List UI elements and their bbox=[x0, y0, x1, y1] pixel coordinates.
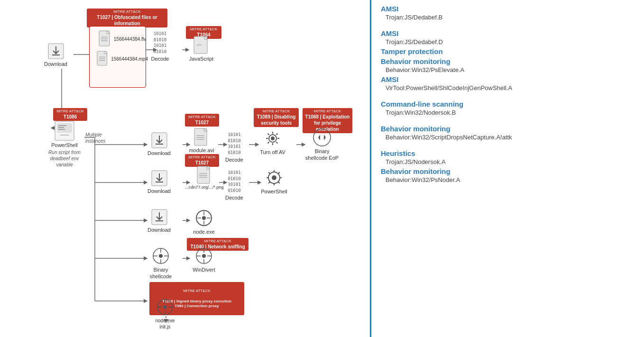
decode-top-label: Decode bbox=[151, 55, 169, 62]
cdn-png-icon bbox=[197, 166, 212, 184]
detection-label-8: Heuristics bbox=[381, 149, 635, 157]
download-mid1-label: Download bbox=[147, 150, 171, 156]
detection-label-6: Command-line scanning bbox=[381, 100, 635, 108]
cdn-png-label: ...cdn77.org/.../*.png bbox=[185, 185, 223, 191]
powershell-main-label: PowerShell bbox=[51, 142, 78, 148]
detection-section-1: AMSI Trojan:JS/Dedabef.B bbox=[381, 5, 635, 21]
detection-section-7: Behavior monitoring Behavior:Win32/Scrip… bbox=[381, 125, 635, 141]
download-mid2-icon bbox=[151, 170, 168, 187]
binary-shellcode-eop-label: Binary shellcode EoP bbox=[305, 148, 339, 162]
svg-point-75 bbox=[159, 254, 163, 258]
javascript-icon: </> bbox=[193, 36, 210, 55]
mitre-t1027-top: MITRE ATT&CK T1027 | Obfuscated files or… bbox=[87, 9, 167, 27]
decode-mid2-node: 10101010101010101010 Decode bbox=[223, 170, 246, 201]
binary-shellcode-eop-node: Binary shellcode EoP bbox=[305, 128, 339, 162]
windivert-node: WinDivert bbox=[190, 246, 218, 273]
module-avi-node: module.avi bbox=[188, 128, 215, 154]
detection-value-9: Behavior:Win32/PsNoder.A bbox=[381, 176, 635, 183]
download-node-node: Download bbox=[146, 209, 172, 233]
file-group-box: 1566444384.flv 1566444384.mp4 bbox=[89, 26, 146, 88]
detection-value-2: Trojan:JS/Dedabef.D bbox=[381, 38, 635, 46]
module-avi-icon bbox=[194, 128, 209, 146]
multiple-instances-label: Multipleinstances bbox=[85, 132, 105, 144]
diagram-panel: MITRE ATT&CK T1027 | Obfuscated files or… bbox=[0, 0, 370, 337]
detection-section-8: Heuristics Trojan:JS/Nodersok.A Behavior… bbox=[381, 149, 635, 183]
binary-decode-mid2: 10101010101010101010 bbox=[228, 170, 240, 193]
svg-rect-43 bbox=[57, 123, 72, 133]
download-top-icon bbox=[47, 43, 64, 60]
svg-text:</>: </> bbox=[196, 43, 202, 47]
download-mid2-node: Download bbox=[146, 170, 172, 194]
svg-point-73 bbox=[202, 216, 206, 220]
windivert-icon bbox=[194, 246, 213, 265]
node-exe-init-icon bbox=[156, 298, 175, 317]
node-exe-label: node.exe bbox=[193, 228, 214, 235]
binary-decode-top: 10101010101010101010 bbox=[154, 31, 166, 55]
node-exe-node: node.exe bbox=[190, 209, 218, 235]
download-mid1-icon bbox=[151, 132, 168, 149]
decode-mid-label: Decode bbox=[225, 156, 243, 163]
svg-point-77 bbox=[202, 254, 206, 258]
detection-value-4: Behavior:Win32/PsElevate.A bbox=[381, 66, 635, 73]
detection-label-9: Behavior monitoring bbox=[381, 167, 635, 175]
svg-point-68 bbox=[272, 175, 276, 180]
download-top-label: Download bbox=[44, 61, 67, 67]
file-icon-mp4 bbox=[97, 50, 109, 66]
decode-mid2-label: Decode bbox=[225, 194, 243, 201]
download-node-label: Download bbox=[147, 227, 171, 233]
file-icon-flv bbox=[99, 30, 112, 46]
decode-top-node: 10101010101010101010 Decode bbox=[147, 31, 173, 63]
cdn-png-node: ...cdn77.org/.../*.png bbox=[188, 166, 221, 191]
decode-mid-node: 10101010101010101010 Decode bbox=[223, 132, 246, 164]
powershell-mid-node: PowerShell bbox=[260, 168, 288, 195]
flv-file-label: 1566444384.flv bbox=[114, 36, 146, 42]
download-mid2-label: Download bbox=[147, 188, 171, 194]
binary-shellcode-eop-icon bbox=[313, 128, 331, 147]
detection-label-7: Behavior monitoring bbox=[381, 125, 635, 133]
detection-value-6: Trojan:Win32/Nodersok.B bbox=[381, 109, 635, 116]
detection-label-4: Behavior monitoring bbox=[381, 57, 635, 65]
turn-off-av-label: Turn off AV bbox=[260, 149, 285, 155]
mp4-file-node: 1566444384.mp4 bbox=[97, 50, 148, 66]
detection-label-1: AMSI bbox=[381, 5, 635, 13]
mp4-file-label: 1566444384.mp4 bbox=[111, 56, 148, 62]
binary-shellcode-label: Binary shellcode bbox=[145, 266, 177, 280]
mitre-t1086: MITRE ATT&CK T1086 bbox=[53, 108, 87, 121]
detection-section-6: Command-line scanning Trojan:Win32/Noder… bbox=[381, 100, 635, 116]
mitre-t1089: MITRE ATT&CK T1089 | Disabling security … bbox=[254, 108, 299, 127]
javascript-node: </> JavaScript bbox=[186, 36, 217, 62]
powershell-icon bbox=[55, 121, 74, 141]
flv-file-node: 1566444384.flv bbox=[97, 30, 148, 46]
detection-label-3: Tamper protection bbox=[381, 47, 635, 55]
svg-point-58 bbox=[313, 129, 331, 146]
powershell-node: PowerShell Run script fromdeadbeef envva… bbox=[47, 121, 82, 168]
mitre-t1027-mid2: MITRE ATT&CK T1027 bbox=[185, 154, 219, 167]
svg-point-79 bbox=[163, 305, 167, 309]
download-node-icon bbox=[151, 209, 168, 226]
powershell-mid-label: PowerShell bbox=[261, 188, 287, 195]
turn-off-av-node: Turn off AV bbox=[256, 129, 289, 155]
turn-off-av-icon bbox=[263, 129, 282, 148]
powershell-mid-icon bbox=[265, 168, 284, 187]
node-exe-init-label: node.exeinit.js bbox=[155, 318, 175, 330]
binary-shellcode-node: Binary shellcode bbox=[145, 246, 177, 280]
detection-value-8: Trojan:JS/Nodersok.A bbox=[381, 158, 635, 165]
detection-value-7: Behavior:Win32/ScriptDropsNetCapture.A!a… bbox=[381, 134, 635, 141]
detection-panel: AMSI Trojan:JS/Dedabef.B AMSI Trojan:JS/… bbox=[370, 0, 644, 337]
detection-section-2: AMSI Trojan:JS/Dedabef.D Tamper protecti… bbox=[381, 29, 635, 91]
detection-label-2: AMSI bbox=[381, 29, 635, 37]
download-top-node: Download bbox=[43, 43, 69, 67]
powershell-note-label: Run script fromdeadbeef envvariable bbox=[48, 149, 81, 168]
module-avi-label: module.avi bbox=[189, 147, 214, 154]
node-exe-init-node: node.exeinit.js bbox=[151, 298, 179, 330]
binary-decode-mid: 10101010101010101010 bbox=[228, 132, 240, 155]
download-mid1-node: Download bbox=[146, 132, 172, 156]
detection-value-1: Trojan:JS/Dedabef.B bbox=[381, 14, 635, 21]
detection-label-5: AMSI bbox=[381, 75, 635, 83]
detection-value-5: VirTool:PowerShell/ShlCodeInjGenPowShell… bbox=[381, 84, 635, 91]
node-exe-icon bbox=[194, 209, 213, 228]
binary-shellcode-icon bbox=[151, 246, 170, 265]
javascript-label: JavaScript bbox=[189, 55, 213, 62]
mitre-t1027-mid: MITRE ATT&CK T1027 bbox=[185, 114, 219, 127]
windivert-label: WinDivert bbox=[193, 266, 215, 273]
